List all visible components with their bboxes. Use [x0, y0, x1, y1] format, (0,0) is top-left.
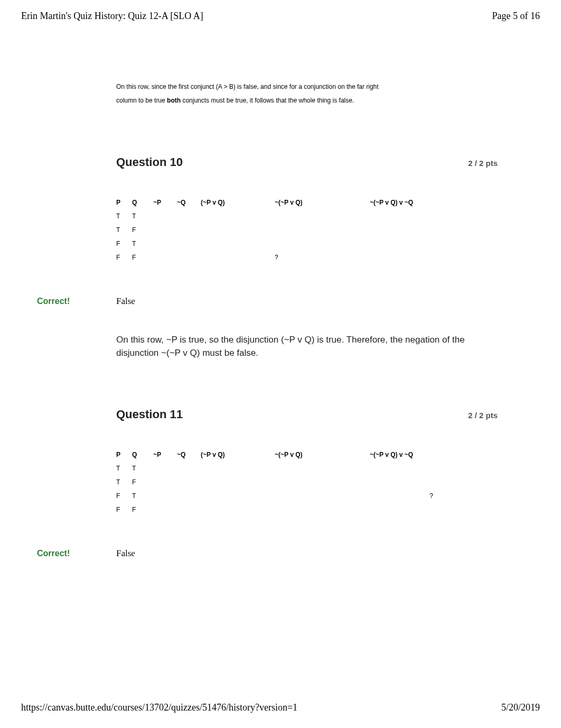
correct-label: Correct! — [37, 549, 116, 558]
cell — [177, 503, 201, 517]
cell — [370, 209, 454, 223]
col-np: ~P — [153, 448, 177, 462]
table-header-row: P Q ~P ~Q (~P v Q) ~(~P v Q) ~(~P v Q) v… — [116, 196, 454, 209]
col-nnpvq: ~(~P v Q) — [275, 196, 370, 209]
q11-table: P Q ~P ~Q (~P v Q) ~(~P v Q) ~(~P v Q) v… — [116, 448, 454, 517]
question-11: Question 11 2 / 2 pts P Q ~P ~Q (~P v Q)… — [116, 408, 498, 559]
page-header: Erin Martin's Quiz History: Quiz 12-A [S… — [21, 11, 540, 22]
cell — [201, 251, 275, 264]
cell: F — [116, 489, 132, 503]
cell — [153, 223, 177, 237]
cell — [153, 503, 177, 517]
page-footer: https://canvas.butte.edu/courses/13702/q… — [21, 702, 540, 713]
cell: T — [116, 462, 132, 475]
prev-line2-a: column to be true — [116, 97, 167, 104]
col-p: P — [116, 196, 132, 209]
question-11-pts: 2 / 2 pts — [468, 411, 498, 420]
cell: T — [132, 489, 153, 503]
cell: F — [116, 237, 132, 251]
cell — [153, 209, 177, 223]
cell — [153, 251, 177, 264]
col-q: Q — [132, 196, 153, 209]
cell: T — [116, 223, 132, 237]
cell: T — [116, 209, 132, 223]
col-nq: ~Q — [177, 196, 201, 209]
cell — [177, 223, 201, 237]
col-nnpvq: ~(~P v Q) — [275, 448, 370, 462]
cell — [275, 489, 370, 503]
table-row: F T ? — [116, 489, 454, 503]
col-np: ~P — [153, 196, 177, 209]
table-row: F F ? — [116, 251, 454, 264]
q10-correct-row: Correct! False — [37, 296, 498, 307]
cell: F — [132, 251, 153, 264]
cell — [275, 503, 370, 517]
cell — [370, 475, 454, 489]
question-11-title: Question 11 — [116, 408, 183, 421]
cell: T — [132, 462, 153, 475]
col-nq: ~Q — [177, 448, 201, 462]
cell — [201, 223, 275, 237]
question-11-header: Question 11 2 / 2 pts — [116, 408, 498, 421]
cell — [177, 209, 201, 223]
question-10-header: Question 10 2 / 2 pts — [116, 155, 498, 169]
cell — [370, 237, 454, 251]
footer-date: 5/20/2019 — [501, 702, 540, 713]
col-p: P — [116, 448, 132, 462]
question-10: Question 10 2 / 2 pts P Q ~P ~Q (~P v Q)… — [116, 155, 498, 360]
cell — [153, 489, 177, 503]
cell — [177, 489, 201, 503]
col-npvq: (~P v Q) — [201, 196, 275, 209]
cell — [275, 237, 370, 251]
q10-table: P Q ~P ~Q (~P v Q) ~(~P v Q) ~(~P v Q) v… — [116, 196, 454, 264]
cell — [275, 462, 370, 475]
table-row: T F — [116, 475, 454, 489]
cell — [201, 209, 275, 223]
cell-qmark: ? — [275, 251, 370, 264]
cell — [275, 209, 370, 223]
cell — [201, 503, 275, 517]
content: On this row, since the first conjunct (A… — [116, 80, 498, 559]
table-row: T F — [116, 223, 454, 237]
cell — [153, 237, 177, 251]
cell — [201, 237, 275, 251]
cell — [201, 475, 275, 489]
question-10-pts: 2 / 2 pts — [468, 159, 498, 168]
table-header-row: P Q ~P ~Q (~P v Q) ~(~P v Q) ~(~P v Q) v… — [116, 448, 454, 462]
table-row: F T — [116, 237, 454, 251]
question-10-title: Question 10 — [116, 155, 183, 169]
table-row: T T — [116, 462, 454, 475]
cell — [177, 237, 201, 251]
cell — [370, 223, 454, 237]
col-last: ~(~P v Q) v ~Q — [370, 196, 454, 209]
cell — [370, 503, 454, 517]
cell — [370, 251, 454, 264]
cell: T — [132, 237, 153, 251]
table-row: T T — [116, 209, 454, 223]
cell — [201, 489, 275, 503]
cell — [177, 475, 201, 489]
prev-explanation: On this row, since the first conjunct (A… — [116, 80, 498, 108]
cell: F — [132, 475, 153, 489]
cell: F — [116, 503, 132, 517]
prev-line2-b: conjuncts must be true, it follows that … — [181, 97, 354, 104]
cell — [177, 462, 201, 475]
q11-correct-row: Correct! False — [37, 548, 498, 559]
cell: T — [116, 475, 132, 489]
q11-answer: False — [116, 548, 135, 559]
prev-line2-bold: both — [167, 97, 181, 104]
col-q: Q — [132, 448, 153, 462]
cell — [153, 475, 177, 489]
prev-explanation-line1: On this row, since the first conjunct (A… — [116, 80, 498, 94]
footer-url: https://canvas.butte.edu/courses/13702/q… — [21, 702, 297, 713]
cell — [153, 462, 177, 475]
cell — [177, 251, 201, 264]
table-row: F F — [116, 503, 454, 517]
header-title: Erin Martin's Quiz History: Quiz 12-A [S… — [21, 11, 203, 22]
cell: F — [116, 251, 132, 264]
cell — [275, 475, 370, 489]
cell — [201, 462, 275, 475]
cell — [275, 223, 370, 237]
header-page: Page 5 of 16 — [492, 11, 540, 22]
cell: F — [132, 223, 153, 237]
